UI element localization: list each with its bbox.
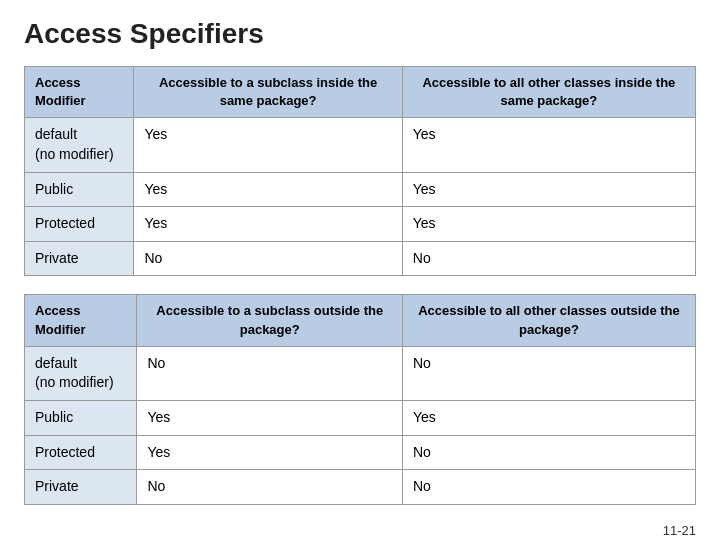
table1: Access Modifier Accessible to a subclass… [24,66,696,276]
page-footer: 11-21 [24,523,696,538]
table2-cell-r1-c0: Public [25,400,137,435]
table-row: PrivateNoNo [25,470,696,505]
table1-cell-r3-c1: No [134,241,402,276]
table1-cell-r2-c0: Protected [25,207,134,242]
table2: Access Modifier Accessible to a subclass… [24,294,696,504]
table1-cell-r0-c2: Yes [402,118,695,172]
table1-cell-r0-c1: Yes [134,118,402,172]
table2-cell-r1-c1: Yes [137,400,402,435]
table-row: PublicYesYes [25,172,696,207]
table2-cell-r2-c1: Yes [137,435,402,470]
table1-col1-header: Access Modifier [25,67,134,118]
table1-wrap: Access Modifier Accessible to a subclass… [24,66,696,276]
table1-cell-r2-c1: Yes [134,207,402,242]
table1-col2-header: Accessible to a subclass inside the same… [134,67,402,118]
table2-col1-header: Access Modifier [25,295,137,346]
table-row: ProtectedYesYes [25,207,696,242]
table2-cell-r0-c2: No [402,346,695,400]
table1-cell-r2-c2: Yes [402,207,695,242]
table1-col3-header: Accessible to all other classes inside t… [402,67,695,118]
table-row: ProtectedYesNo [25,435,696,470]
table1-cell-r3-c0: Private [25,241,134,276]
table-row: default (no modifier)YesYes [25,118,696,172]
table2-cell-r3-c0: Private [25,470,137,505]
table1-cell-r1-c0: Public [25,172,134,207]
table2-col2-header: Accessible to a subclass outside the pac… [137,295,402,346]
table2-col3-header: Accessible to all other classes outside … [402,295,695,346]
table-row: PrivateNoNo [25,241,696,276]
table1-cell-r1-c2: Yes [402,172,695,207]
table1-cell-r1-c1: Yes [134,172,402,207]
table2-cell-r3-c1: No [137,470,402,505]
table2-cell-r0-c0: default (no modifier) [25,346,137,400]
table2-cell-r2-c2: No [402,435,695,470]
table-row: default (no modifier)NoNo [25,346,696,400]
table-row: PublicYesYes [25,400,696,435]
table2-cell-r2-c0: Protected [25,435,137,470]
table2-cell-r0-c1: No [137,346,402,400]
table1-cell-r0-c0: default (no modifier) [25,118,134,172]
table1-cell-r3-c2: No [402,241,695,276]
table2-cell-r3-c2: No [402,470,695,505]
page-title: Access Specifiers [24,18,696,50]
table2-cell-r1-c2: Yes [402,400,695,435]
table2-wrap: Access Modifier Accessible to a subclass… [24,294,696,504]
